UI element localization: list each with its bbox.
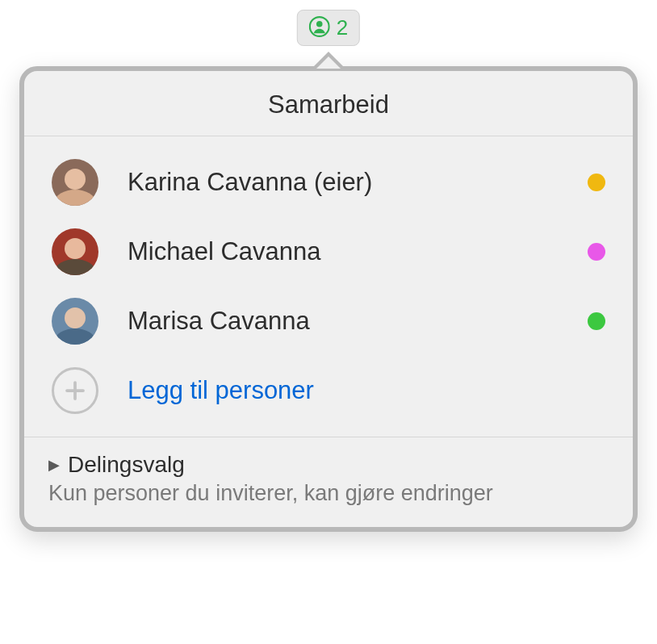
person-icon [309,16,330,40]
add-people-label: Legg til personer [128,376,314,405]
participant-name: Michael Cavanna [128,237,588,266]
popover-body: Samarbeid Karina Cavanna (eier) Michael … [19,66,638,532]
plus-icon [52,367,98,414]
participant-name: Karina Cavanna (eier) [128,168,588,197]
avatar [52,228,98,275]
collaboration-popover: Samarbeid Karina Cavanna (eier) Michael … [19,66,638,532]
collaboration-toolbar-button[interactable]: 2 [297,10,360,46]
participant-row[interactable]: Marisa Cavanna [24,286,633,356]
status-dot [588,312,605,330]
sharing-options-section[interactable]: ▶ Delingsvalg Kun personer du inviterer,… [24,437,633,527]
popover-title: Samarbeid [24,71,633,136]
collaboration-count: 2 [337,15,348,40]
sharing-options-header: ▶ Delingsvalg [48,452,609,478]
status-dot [588,243,605,261]
participant-row[interactable]: Karina Cavanna (eier) [24,148,633,217]
avatar [52,298,98,345]
popover-arrow [312,52,345,68]
chevron-right-icon: ▶ [48,456,60,474]
status-dot [588,174,605,191]
avatar [52,159,98,206]
participant-row[interactable]: Michael Cavanna [24,217,633,286]
sharing-options-description: Kun personer du inviterer, kan gjøre end… [48,481,609,506]
add-people-button[interactable]: Legg til personer [24,356,633,433]
participant-name: Marisa Cavanna [128,307,588,336]
sharing-options-title: Delingsvalg [68,452,185,478]
participants-list: Karina Cavanna (eier) Michael Cavanna Ma… [24,136,633,437]
svg-point-1 [316,20,323,27]
